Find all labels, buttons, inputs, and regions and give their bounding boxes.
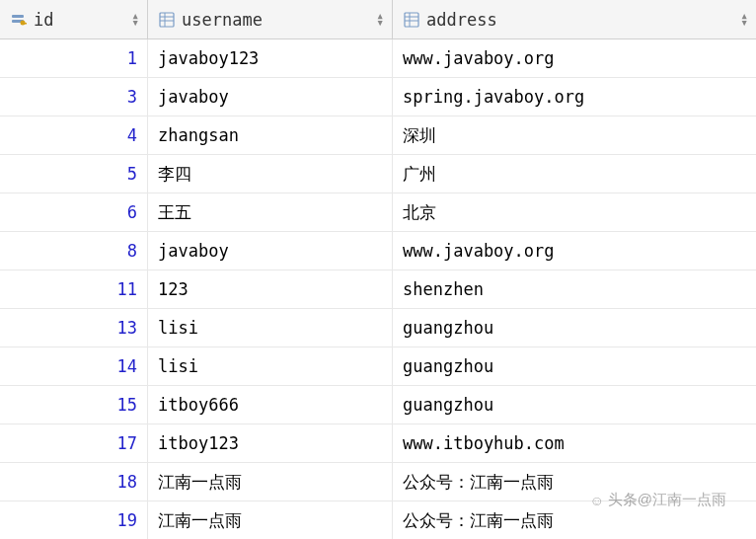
svg-rect-0 bbox=[12, 15, 24, 18]
primary-key-icon bbox=[10, 11, 28, 29]
data-table: id ▴▾ username ▴▾ bbox=[0, 0, 756, 539]
cell-id[interactable]: 14 bbox=[0, 347, 148, 385]
column-header-address[interactable]: address ▴▾ bbox=[393, 0, 756, 38]
table-row[interactable]: 11123shenzhen bbox=[0, 270, 756, 309]
table-row[interactable]: 1javaboy123www.javaboy.org bbox=[0, 39, 756, 78]
column-label: id bbox=[34, 10, 53, 30]
table-row[interactable]: 13lisiguangzhou bbox=[0, 309, 756, 347]
table-row[interactable]: 6王五北京 bbox=[0, 193, 756, 232]
cell-address[interactable]: 深圳 bbox=[393, 116, 756, 154]
column-label: username bbox=[182, 10, 263, 30]
cell-address[interactable]: spring.javaboy.org bbox=[393, 78, 756, 116]
cell-username[interactable]: itboy666 bbox=[148, 386, 393, 424]
cell-username[interactable]: javaboy bbox=[148, 78, 393, 116]
cell-username[interactable]: lisi bbox=[148, 309, 393, 346]
cell-username[interactable]: 123 bbox=[148, 270, 393, 308]
table-row[interactable]: 17itboy123www.itboyhub.com bbox=[0, 424, 756, 463]
cell-id[interactable]: 15 bbox=[0, 386, 148, 424]
sort-icon[interactable]: ▴▾ bbox=[740, 13, 748, 27]
table-row[interactable]: 15itboy666guangzhou bbox=[0, 386, 756, 424]
cell-address[interactable]: 北京 bbox=[393, 193, 756, 231]
watermark-text: 头条@江南一点雨 bbox=[608, 491, 726, 509]
table-row[interactable]: 8javaboywww.javaboy.org bbox=[0, 232, 756, 270]
cell-id[interactable]: 11 bbox=[0, 270, 148, 308]
column-icon bbox=[403, 11, 420, 29]
cell-address[interactable]: www.javaboy.org bbox=[393, 39, 756, 77]
cell-username[interactable]: 李四 bbox=[148, 155, 393, 192]
table-row[interactable]: 14lisiguangzhou bbox=[0, 347, 756, 386]
cell-id[interactable]: 17 bbox=[0, 424, 148, 462]
cell-username[interactable]: 王五 bbox=[148, 193, 393, 231]
table-row[interactable]: 5李四广州 bbox=[0, 155, 756, 193]
cell-address[interactable]: shenzhen bbox=[393, 270, 756, 308]
cell-id[interactable]: 4 bbox=[0, 116, 148, 154]
sort-icon[interactable]: ▴▾ bbox=[131, 13, 139, 27]
cell-username[interactable]: lisi bbox=[148, 347, 393, 385]
cell-username[interactable]: 江南一点雨 bbox=[148, 501, 393, 539]
watermark-icon: ☺ bbox=[589, 493, 603, 508]
svg-rect-3 bbox=[24, 23, 27, 25]
cell-id[interactable]: 6 bbox=[0, 193, 148, 231]
svg-rect-8 bbox=[405, 13, 418, 27]
svg-rect-4 bbox=[160, 13, 174, 27]
table-header-row: id ▴▾ username ▴▾ bbox=[0, 0, 756, 39]
cell-address[interactable]: www.itboyhub.com bbox=[393, 424, 756, 462]
cell-id[interactable]: 8 bbox=[0, 232, 148, 270]
cell-address[interactable]: guangzhou bbox=[393, 347, 756, 385]
cell-id[interactable]: 3 bbox=[0, 78, 148, 116]
column-header-id[interactable]: id ▴▾ bbox=[0, 0, 148, 38]
cell-username[interactable]: 江南一点雨 bbox=[148, 463, 393, 500]
cell-id[interactable]: 18 bbox=[0, 463, 148, 500]
table-row[interactable]: 4zhangsan深圳 bbox=[0, 116, 756, 155]
cell-username[interactable]: zhangsan bbox=[148, 116, 393, 154]
column-label: address bbox=[426, 10, 497, 30]
cell-id[interactable]: 13 bbox=[0, 309, 148, 346]
cell-id[interactable]: 1 bbox=[0, 39, 148, 77]
sort-icon[interactable]: ▴▾ bbox=[376, 13, 384, 27]
watermark: ☺ 头条@江南一点雨 bbox=[589, 491, 726, 509]
table-row[interactable]: 3javaboyspring.javaboy.org bbox=[0, 78, 756, 116]
cell-id[interactable]: 5 bbox=[0, 155, 148, 192]
cell-username[interactable]: itboy123 bbox=[148, 424, 393, 462]
cell-address[interactable]: www.javaboy.org bbox=[393, 232, 756, 270]
column-header-username[interactable]: username ▴▾ bbox=[148, 0, 393, 38]
cell-address[interactable]: 广州 bbox=[393, 155, 756, 192]
cell-username[interactable]: javaboy bbox=[148, 232, 393, 270]
cell-address[interactable]: guangzhou bbox=[393, 309, 756, 346]
column-icon bbox=[158, 11, 176, 29]
cell-address[interactable]: guangzhou bbox=[393, 386, 756, 424]
cell-username[interactable]: javaboy123 bbox=[148, 39, 393, 77]
cell-id[interactable]: 19 bbox=[0, 501, 148, 539]
table-body: 1javaboy123www.javaboy.org3javaboyspring… bbox=[0, 39, 756, 539]
